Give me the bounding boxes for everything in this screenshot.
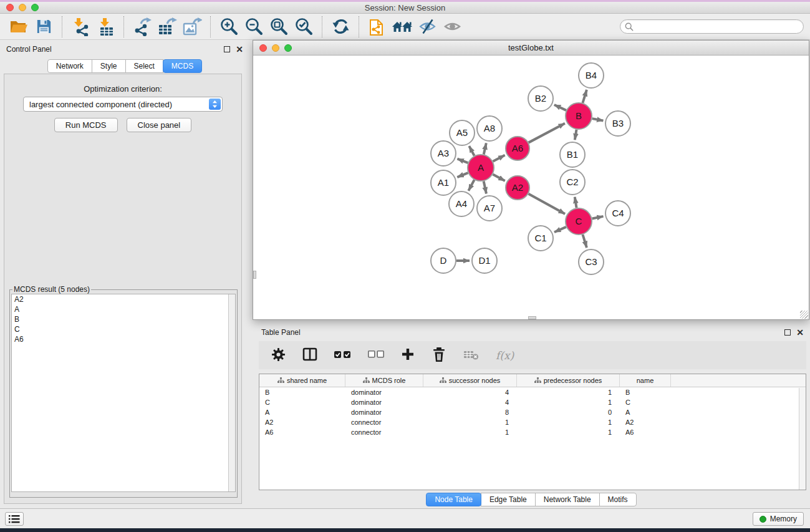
table-row[interactable]: A2 connector 1 1 A2 <box>259 417 806 427</box>
column-header-successor-nodes[interactable]: successor nodes <box>423 374 517 387</box>
graph-node-A8[interactable]: A8 <box>477 116 502 141</box>
graph-node-B3[interactable]: B3 <box>605 111 630 136</box>
deselect-all-columns-button[interactable] <box>368 351 384 360</box>
function-builder-button[interactable]: f(x) <box>496 349 514 362</box>
table-row[interactable]: A6 connector 1 1 A6 <box>259 427 806 437</box>
tab-node-table[interactable]: Node Table <box>426 493 481 506</box>
tab-select[interactable]: Select <box>125 59 163 73</box>
split-handle-icon[interactable] <box>528 316 536 319</box>
result-scrollbar[interactable] <box>228 294 235 491</box>
tab-network-table[interactable]: Network Table <box>535 493 600 506</box>
graph-node-A6[interactable]: A6 <box>506 137 529 160</box>
graph-node-A[interactable]: A <box>468 155 494 181</box>
zoom-fit-button[interactable] <box>266 16 291 38</box>
graph-node-C[interactable]: C <box>566 208 592 235</box>
graph-edge[interactable] <box>575 197 577 208</box>
column-header-shared-name[interactable]: shared name <box>259 374 345 387</box>
graph-edge[interactable] <box>493 155 504 162</box>
graph-node-C4[interactable]: C4 <box>605 201 630 226</box>
list-item[interactable]: B <box>12 314 235 324</box>
zoom-window-button[interactable] <box>31 4 39 11</box>
graph-edge[interactable] <box>582 90 586 103</box>
graph-edge[interactable] <box>493 174 504 181</box>
search-field[interactable] <box>620 19 804 34</box>
zoom-out-button[interactable] <box>241 16 266 38</box>
graph-node-A2[interactable]: A2 <box>506 176 529 200</box>
column-header-name[interactable]: name <box>620 374 671 387</box>
criterion-dropdown[interactable]: largest connected component (directed) <box>23 97 223 112</box>
open-session-button[interactable] <box>6 16 31 38</box>
graph-node-A4[interactable]: A4 <box>449 191 474 216</box>
tab-network[interactable]: Network <box>47 59 92 73</box>
toggle-column-view-button[interactable] <box>302 347 317 363</box>
hide-panels-button[interactable] <box>415 16 440 38</box>
network-window-titlebar[interactable]: testGlobe.txt <box>253 41 809 56</box>
table-row[interactable]: C dominator 4 1 C <box>259 397 806 407</box>
graph-edge[interactable] <box>484 181 486 194</box>
float-panel-icon[interactable] <box>784 329 791 336</box>
close-panel-button[interactable]: Close panel <box>127 118 192 132</box>
show-panels-button[interactable] <box>440 16 465 38</box>
graph-node-B2[interactable]: B2 <box>528 86 553 111</box>
close-network-window-button[interactable] <box>259 44 267 52</box>
graph-edge[interactable] <box>469 146 474 155</box>
graph-edge[interactable] <box>582 235 586 248</box>
resize-grip-icon[interactable] <box>800 311 808 319</box>
graph-node-A7[interactable]: A7 <box>477 196 502 221</box>
tab-mcds[interactable]: MCDS <box>163 59 202 73</box>
graph-node-C1[interactable]: C1 <box>528 226 553 251</box>
memory-button[interactable]: Memory <box>753 512 804 526</box>
graph-node-C2[interactable]: C2 <box>560 170 585 195</box>
graph-node-A5[interactable]: A5 <box>450 120 475 145</box>
search-input[interactable] <box>637 22 799 31</box>
graph-edge[interactable] <box>529 123 565 143</box>
graph-edge[interactable] <box>592 118 604 120</box>
graph-edge[interactable] <box>575 130 577 140</box>
zoom-selected-button[interactable] <box>291 16 316 38</box>
refresh-button[interactable] <box>328 16 353 38</box>
export-table-button[interactable] <box>155 16 180 38</box>
graph-edge[interactable] <box>484 143 486 154</box>
list-item[interactable]: C <box>12 324 235 334</box>
list-item[interactable]: A6 <box>12 334 235 344</box>
close-panel-icon[interactable]: ✕ <box>796 329 804 336</box>
graph-node-D1[interactable]: D1 <box>472 248 497 273</box>
save-session-button[interactable] <box>31 16 56 38</box>
close-window-button[interactable] <box>6 4 14 11</box>
split-handle-icon[interactable] <box>253 271 256 279</box>
import-table-button[interactable] <box>93 16 118 38</box>
list-item[interactable]: A2 <box>12 294 235 304</box>
tab-style[interactable]: Style <box>92 59 126 73</box>
import-network-button[interactable] <box>68 16 93 38</box>
zoom-network-window-button[interactable] <box>284 44 292 52</box>
graph-node-B1[interactable]: B1 <box>560 142 585 167</box>
graph-edge[interactable] <box>457 159 468 163</box>
column-header-predecessor-nodes[interactable]: predecessor nodes <box>517 374 620 387</box>
list-item[interactable]: A <box>12 304 235 314</box>
select-all-columns-button[interactable] <box>334 351 351 360</box>
graph-edge[interactable] <box>592 216 604 219</box>
export-image-button[interactable] <box>180 16 205 38</box>
minimize-window-button[interactable] <box>19 4 26 11</box>
graph-edge[interactable] <box>468 180 474 190</box>
graph-node-A1[interactable]: A1 <box>431 170 456 195</box>
graph-node-D[interactable]: D <box>431 248 456 273</box>
float-panel-icon[interactable] <box>224 46 230 52</box>
create-column-button[interactable] <box>401 347 415 363</box>
export-network-button[interactable] <box>130 16 155 38</box>
task-history-button[interactable] <box>5 512 24 526</box>
graph-node-B[interactable]: B <box>566 103 592 129</box>
network-file-button[interactable] <box>365 16 390 38</box>
home-workspace-button[interactable] <box>390 16 415 38</box>
network-canvas[interactable]: B4B2BB3A8A5A6A3B1AC2A1A2A4A7C4CC1C3DD1 <box>253 56 809 319</box>
table-settings-button[interactable] <box>271 347 286 364</box>
graph-edge[interactable] <box>554 227 566 232</box>
tab-motifs[interactable]: Motifs <box>599 493 637 506</box>
close-panel-icon[interactable]: ✕ <box>236 46 243 52</box>
graph-edge[interactable] <box>554 105 566 110</box>
zoom-in-button[interactable] <box>216 16 241 38</box>
graph-edge[interactable] <box>529 194 566 214</box>
delete-column-button[interactable] <box>432 347 446 364</box>
column-header-mcds-role[interactable]: MCDS role <box>345 374 423 387</box>
table-row[interactable]: B dominator 4 1 B <box>259 387 806 397</box>
